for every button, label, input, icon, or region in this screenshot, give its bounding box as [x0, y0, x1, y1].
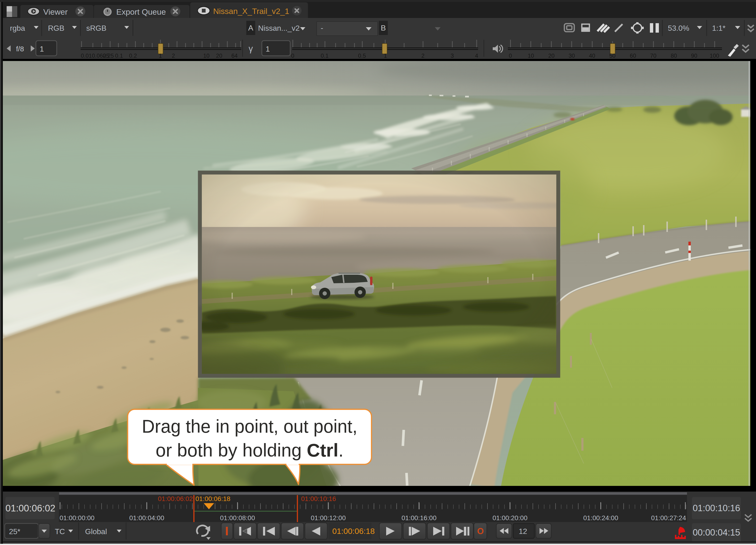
svg-text:64: 64	[231, 52, 238, 59]
svg-text:γ: γ	[249, 44, 253, 53]
svg-text:0.2: 0.2	[129, 52, 137, 59]
svg-text:0: 0	[291, 52, 294, 59]
svg-text:20: 20	[548, 52, 555, 59]
svg-text:2: 2	[172, 52, 175, 59]
svg-text:01:00:06:02: 01:00:06:02	[158, 495, 193, 502]
svg-text:0.25: 0.25	[103, 52, 114, 59]
svg-text:1: 1	[384, 52, 387, 59]
svg-text:100: 100	[710, 52, 719, 59]
svg-text:0: 0	[509, 52, 512, 59]
svg-text:0.5: 0.5	[358, 52, 366, 59]
svg-text:0.1: 0.1	[115, 52, 123, 59]
svg-text:01:00:06:18: 01:00:06:18	[332, 527, 375, 536]
svg-text:4: 4	[475, 52, 478, 59]
svg-text:70: 70	[650, 52, 657, 59]
svg-text:3: 3	[451, 52, 454, 59]
svg-text:60: 60	[630, 52, 636, 59]
svg-text:30: 30	[569, 52, 575, 59]
svg-text:10: 10	[203, 52, 210, 59]
svg-text:40: 40	[589, 52, 595, 59]
svg-text:Drag the in point, out point,: Drag the in point, out point,	[142, 416, 357, 437]
svg-text:12: 12	[519, 527, 527, 536]
svg-text:1: 1	[159, 52, 162, 59]
svg-text:25*: 25*	[9, 527, 20, 536]
svg-text:2: 2	[421, 52, 424, 59]
svg-text:80: 80	[671, 52, 677, 59]
svg-text:10: 10	[528, 52, 534, 59]
svg-text:50: 50	[609, 52, 616, 59]
svg-text:f/8: f/8	[16, 45, 24, 53]
svg-text:TC: TC	[55, 527, 65, 536]
svg-text:Global: Global	[85, 527, 107, 536]
svg-text:0.1: 0.1	[321, 52, 328, 59]
svg-text:O: O	[477, 526, 484, 536]
svg-text:or both by holding Ctrl.: or both by holding Ctrl.	[156, 440, 344, 461]
svg-text:01:00:06:18: 01:00:06:18	[195, 495, 230, 502]
svg-text:90: 90	[691, 52, 697, 59]
svg-text:20: 20	[216, 52, 222, 59]
svg-text:1: 1	[266, 45, 270, 53]
svg-text:01:00:10:16: 01:00:10:16	[301, 495, 336, 502]
svg-text:1: 1	[40, 45, 44, 53]
